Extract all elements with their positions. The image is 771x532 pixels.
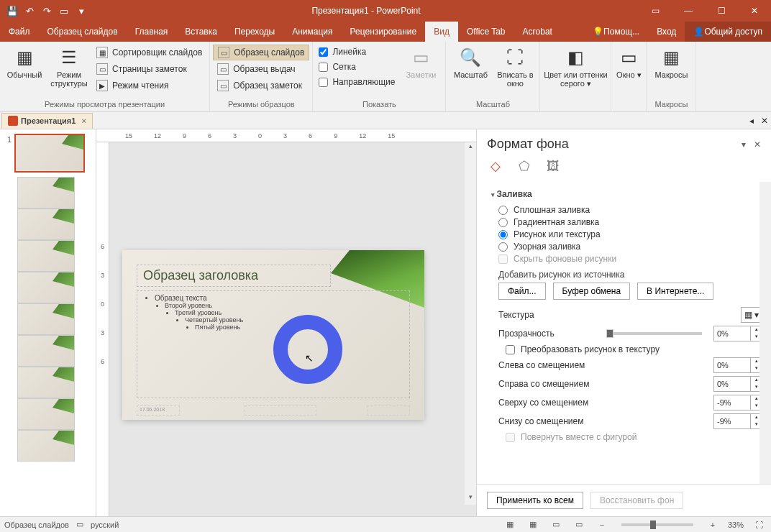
tab-view[interactable]: Вид (425, 22, 458, 42)
zoom-level[interactable]: 33% (728, 520, 744, 529)
spellcheck-icon[interactable]: ▭ (76, 520, 83, 529)
slide-master-canvas[interactable]: Образец заголовка Образец текста Второй … (122, 250, 424, 420)
offset-bottom-spinner[interactable]: -9%▴▾ (713, 413, 762, 429)
offset-left-label: Слева со смещением (498, 360, 708, 370)
fit-view-icon[interactable]: ⛶ (751, 518, 767, 531)
layout-thumbnail[interactable] (17, 335, 75, 367)
transparency-label: Прозрачность (498, 329, 595, 339)
master-thumbnail[interactable] (14, 134, 85, 173)
layout-thumbnail[interactable] (17, 240, 75, 272)
handout-master-button[interactable]: ▭Образец выдач (213, 61, 309, 77)
pane-scrollbar[interactable] (759, 182, 771, 484)
zoom-slider[interactable] (621, 523, 693, 526)
offset-top-spinner[interactable]: -9%▴▾ (713, 395, 762, 411)
footer-placeholder[interactable] (245, 405, 316, 416)
guides-checkbox[interactable]: Направляющие (316, 75, 398, 89)
save-icon[interactable]: 💾 (4, 3, 20, 19)
pane-close-icon[interactable]: ✕ (754, 139, 761, 150)
vertical-scrollbar[interactable]: ▴ ▾ (465, 142, 476, 505)
layout-thumbnail[interactable] (17, 177, 75, 208)
slide-sorter-button[interactable]: ▦Сортировщик слайдов (92, 45, 206, 60)
tab-file[interactable]: Файл (0, 22, 39, 42)
start-slideshow-icon[interactable]: ▭ (56, 3, 72, 19)
tab-slide-master[interactable]: Образец слайдов (39, 22, 127, 42)
apply-to-all-button[interactable]: Применить ко всем (487, 492, 583, 509)
document-tab[interactable]: Презентация1 × (1, 113, 93, 129)
pane-options-icon[interactable]: ▾ (742, 139, 746, 150)
number-placeholder[interactable] (367, 405, 410, 416)
insert-online-button[interactable]: В Интернете... (637, 283, 713, 300)
slideshow-view-icon[interactable]: ▭ (571, 518, 587, 531)
gridlines-checkbox[interactable]: Сетка (316, 60, 398, 74)
insert-file-button[interactable]: Файл... (498, 283, 546, 300)
maximize-button[interactable]: ☐ (705, 0, 738, 22)
ribbon-options-icon[interactable]: ▭ (639, 0, 672, 22)
sign-in[interactable]: Вход (648, 22, 685, 42)
tab-home[interactable]: Главная (127, 22, 177, 42)
reading-view-icon[interactable]: ▭ (548, 518, 564, 531)
notes-page-button[interactable]: ▭Страницы заметок (92, 61, 206, 77)
zoom-button[interactable]: 🔍Масштаб (449, 43, 492, 79)
transparency-slider[interactable] (606, 332, 703, 335)
tab-insert[interactable]: Вставка (176, 22, 226, 42)
offset-right-spinner[interactable]: 0%▴▾ (713, 376, 762, 392)
tab-animations[interactable]: Анимация (283, 22, 341, 42)
radio-picture-fill[interactable]: Рисунок или текстура (498, 229, 762, 239)
normal-view-button[interactable]: ▦Обычный (3, 43, 46, 79)
minimize-button[interactable]: — (672, 0, 705, 22)
doctab-close-all[interactable]: ✕ (758, 116, 771, 126)
zoom-in-button[interactable]: + (705, 518, 721, 531)
ruler-checkbox[interactable]: Линейка (316, 45, 398, 59)
layout-thumbnail[interactable] (17, 208, 75, 240)
notes-master-button[interactable]: ▭Образец заметок (213, 78, 309, 93)
tab-office-tab[interactable]: Office Tab (458, 22, 514, 42)
doctab-scrollbar[interactable] (96, 115, 742, 127)
scroll-up-icon[interactable]: ▴ (465, 142, 476, 154)
outline-view-button[interactable]: ☰Режим структуры (47, 43, 91, 88)
titlebar: 💾 ↶ ↷ ▭ ▾ Презентация1 - PowerPoint ▭ — … (0, 0, 771, 22)
layout-thumbnail[interactable] (17, 303, 75, 335)
horizontal-ruler: 151296303691215 (96, 129, 476, 142)
tab-review[interactable]: Рецензирование (342, 22, 426, 42)
sorter-view-icon[interactable]: ▦ (525, 518, 541, 531)
picture-tab-icon[interactable]: 🖼 (544, 157, 562, 175)
section-fill[interactable]: Заливка (491, 189, 762, 199)
color-grayscale-button[interactable]: ◧Цвет или оттенки серого ▾ (543, 43, 608, 88)
macros-button[interactable]: ▦Макросы (649, 43, 693, 79)
radio-gradient-fill[interactable]: Градиентная заливка (498, 217, 762, 227)
window-button[interactable]: ▭Окно ▾ (614, 43, 643, 80)
tab-acrobat[interactable]: Acrobat (514, 22, 561, 42)
tab-transitions[interactable]: Переходы (226, 22, 283, 42)
tile-checkbox[interactable]: Преобразовать рисунок в текстуру (506, 344, 762, 354)
layout-thumbnail[interactable] (17, 367, 75, 398)
reading-view-button[interactable]: ▶Режим чтения (92, 78, 206, 93)
layout-thumbnail[interactable] (17, 430, 75, 462)
status-view-mode[interactable]: Образец слайдов (4, 520, 69, 529)
radio-solid-fill[interactable]: Сплошная заливка (498, 205, 762, 215)
fit-to-window-button[interactable]: ⛶Вписать в окно (493, 43, 537, 88)
layout-thumbnail[interactable] (17, 272, 75, 303)
radio-pattern-fill[interactable]: Узорная заливка (498, 242, 762, 252)
slide-master-button[interactable]: ▭Образец слайдов (213, 45, 309, 60)
title-placeholder[interactable]: Образец заголовка (137, 265, 331, 287)
date-placeholder[interactable]: 17.06.2018 (137, 405, 180, 416)
fill-tab-icon[interactable]: ◇ (487, 157, 504, 175)
undo-icon[interactable]: ↶ (22, 3, 37, 19)
close-button[interactable]: ✕ (738, 0, 771, 22)
slide-canvas-area: 151296303691215 63036 Образец заголовка … (96, 129, 476, 516)
zoom-out-button[interactable]: − (594, 518, 610, 531)
tell-me[interactable]: 💡 Помощ... (584, 22, 648, 42)
normal-view-icon[interactable]: ▦ (502, 518, 518, 531)
share-button[interactable]: 👤 Общий доступ (685, 22, 771, 42)
layout-thumbnail[interactable] (17, 398, 75, 430)
transparency-spinner[interactable]: 0%▴▾ (713, 326, 762, 341)
scroll-down-icon[interactable]: ▾ (465, 493, 476, 505)
qat-more-icon[interactable]: ▾ (73, 3, 89, 19)
doctab-nav-left[interactable]: ◂ (745, 116, 758, 126)
effects-tab-icon[interactable]: ⬠ (516, 157, 533, 175)
insert-clipboard-button[interactable]: Буфер обмена (553, 283, 631, 300)
status-language[interactable]: русский (91, 520, 119, 529)
offset-left-spinner[interactable]: 0%▴▾ (713, 357, 762, 373)
doctab-close-icon[interactable]: × (81, 116, 86, 125)
redo-icon[interactable]: ↷ (39, 3, 55, 19)
